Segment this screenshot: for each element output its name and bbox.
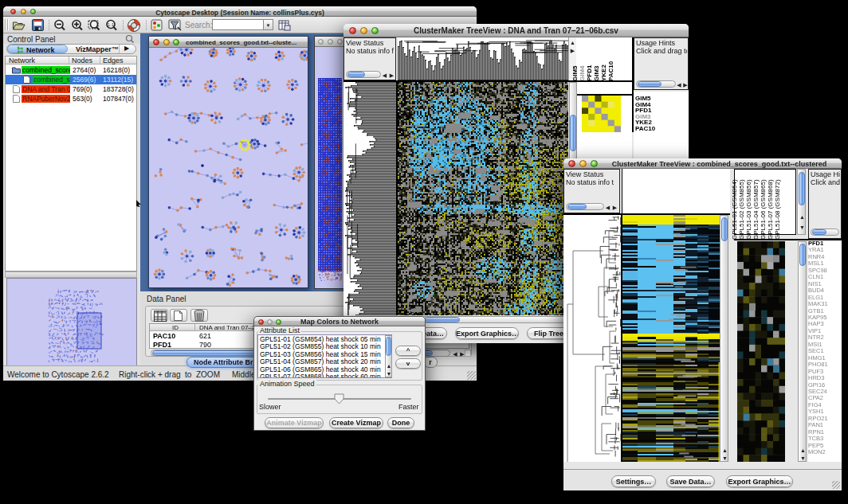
- svg-text:1:1: 1:1: [108, 22, 115, 27]
